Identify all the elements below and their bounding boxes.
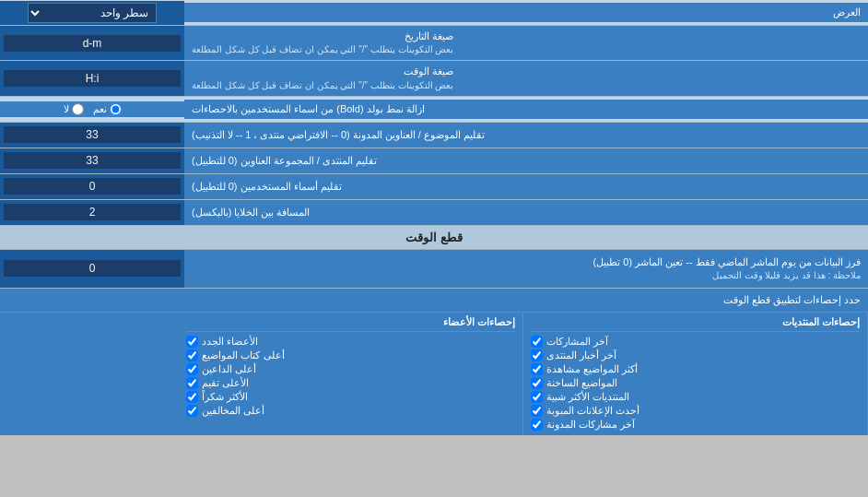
checkbox-item-2: آخر أخبار المنتدى	[531, 349, 860, 362]
username-order-input[interactable]	[4, 178, 181, 195]
date-format-input[interactable]	[4, 35, 181, 52]
checkbox-hot-topics[interactable]	[531, 377, 543, 389]
forum-order-row: تقليم المنتدى / المجموعة العناوين (0 للت…	[0, 148, 868, 174]
time-format-input[interactable]	[4, 70, 181, 87]
checkbox-top-inviters: أعلى الداعين	[186, 362, 515, 376]
username-order-row: تقليم أسماء المستخدمين (0 للتطبيل)	[0, 174, 868, 200]
forum-order-input-container	[0, 148, 184, 173]
checkbox-top-violators: أعلى المخالفين	[186, 404, 515, 418]
checkbox-top-violators-check[interactable]	[186, 405, 198, 417]
checkbox-top-rated-check[interactable]	[186, 377, 198, 389]
checkbox-last-posts[interactable]	[531, 336, 543, 348]
checkboxes-container: إحصاءات المنتديات آخر المشاركات آخر أخبا…	[0, 313, 868, 435]
username-order-label: تقليم أسماء المستخدمين (0 للتطبيل)	[184, 174, 868, 199]
forum-stats-header: إحصاءات المنتديات	[531, 316, 860, 332]
time-format-label: صيغة الوقت بعض التكوينات يتطلب "/" التي …	[184, 61, 868, 95]
checkbox-new-members: الأعضاء الجدد	[186, 335, 515, 349]
cut-time-data-label: فرز البيانات من يوم الماشر الماضي فقط --…	[184, 250, 868, 288]
checkbox-item-4: المواضيع الساخنة	[531, 376, 860, 390]
cut-time-data-input-container	[0, 250, 184, 288]
bold-yes-label[interactable]: نعم	[93, 103, 122, 115]
checkbox-most-thanks-check[interactable]	[186, 391, 198, 403]
time-format-sublabel: بعض التكوينات يتطلب "/" التي يمكن ان تضا…	[192, 79, 453, 92]
cut-time-data-input[interactable]	[4, 260, 181, 277]
topic-order-input[interactable]	[4, 126, 181, 143]
checkbox-top-writers-check[interactable]	[186, 349, 198, 361]
time-format-input-container	[0, 61, 184, 95]
date-format-label: صيغة التاريخ بعض التكوينات يتطلب "/" الت…	[184, 26, 868, 60]
checkbox-top-rated: الأعلى تقيم	[186, 376, 515, 390]
limit-label-row: حدد إحصاءات لتطبيق قطع الوقت	[0, 289, 868, 313]
display-select[interactable]: سطر واحد سطرين ثلاثة أسطر	[28, 3, 157, 23]
bold-remove-options: نعم لا	[0, 101, 184, 117]
checkbox-most-viewed[interactable]	[531, 363, 543, 375]
cut-time-data-row: فرز البيانات من يوم الماشر الماضي فقط --…	[0, 250, 868, 289]
checkbox-popular-forums[interactable]	[531, 391, 543, 403]
checkbox-item-6: أحدث الإعلانات المبوبة	[531, 404, 860, 418]
limit-label: حدد إحصاءات لتطبيق قطع الوقت	[0, 290, 868, 310]
extra-col	[0, 313, 179, 435]
cell-distance-row: المسافة بين الخلايا (بالبكسل)	[0, 200, 868, 226]
checkbox-top-inviters-check[interactable]	[186, 363, 198, 375]
checkbox-most-thanks: الأكثر شكراً	[186, 390, 515, 404]
cell-distance-label: المسافة بين الخلايا (بالبكسل)	[184, 200, 868, 225]
member-stats-header: إحصاءات الأعضاء	[186, 316, 515, 332]
checkbox-item-3: أكثر المواضيع مشاهدة	[531, 362, 860, 376]
checkbox-new-members-check[interactable]	[186, 336, 198, 348]
member-stats-col: إحصاءات الأعضاء الأعضاء الجدد أعلى كتاب …	[179, 313, 523, 435]
date-format-row: صيغة التاريخ بعض التكوينات يتطلب "/" الت…	[0, 26, 868, 61]
time-format-row: صيغة الوقت بعض التكوينات يتطلب "/" التي …	[0, 61, 868, 96]
cut-time-header: قطع الوقت	[0, 226, 868, 250]
bold-no-label[interactable]: لا	[64, 103, 84, 115]
bold-remove-label: ازالة نمط بولد (Bold) من اسماء المستخدمي…	[184, 100, 868, 119]
checkbox-latest-ads[interactable]	[531, 405, 543, 417]
bold-remove-row: ازالة نمط بولد (Bold) من اسماء المستخدمي…	[0, 97, 868, 123]
forum-order-input[interactable]	[4, 152, 181, 169]
checkbox-top-writers: أعلى كتاب المواضيع	[186, 349, 515, 362]
topic-order-input-container	[0, 123, 184, 148]
display-label: العرض	[184, 3, 868, 22]
checkbox-blog-posts[interactable]	[531, 419, 543, 431]
forum-stats-col: إحصاءات المنتديات آخر المشاركات آخر أخبا…	[523, 313, 868, 435]
topic-order-label: تقليم الموضوع / العناوين المدونة (0 -- ا…	[184, 123, 868, 148]
cell-distance-input[interactable]	[4, 204, 181, 220]
bold-no-radio[interactable]	[72, 103, 84, 115]
checkbox-forum-news[interactable]	[531, 349, 543, 361]
bold-yes-radio[interactable]	[110, 103, 122, 115]
cell-distance-input-container	[0, 200, 184, 225]
display-select-container: سطر واحد سطرين ثلاثة أسطر	[0, 1, 184, 25]
date-format-sublabel: بعض التكوينات يتطلب "/" التي يمكن ان تضا…	[192, 43, 453, 56]
checkbox-item-1: آخر المشاركات	[531, 335, 860, 349]
checkbox-item-5: المنتديات الأكثر شبية	[531, 390, 860, 404]
checkbox-item-7: آخر مشاركات المدونة	[531, 418, 860, 432]
username-order-input-container	[0, 174, 184, 199]
forum-order-label: تقليم المنتدى / المجموعة العناوين (0 للت…	[184, 148, 868, 173]
topic-order-row: تقليم الموضوع / العناوين المدونة (0 -- ا…	[0, 123, 868, 148]
date-format-input-container	[0, 26, 184, 60]
